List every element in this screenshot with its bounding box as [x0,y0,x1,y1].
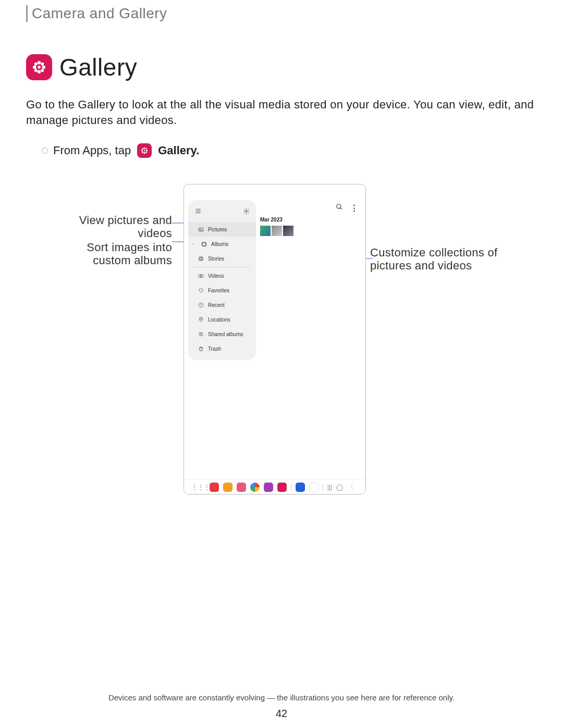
callout-view-pictures: View pictures and videos [63,214,172,239]
sidebar-item-label: Shared albums [208,331,243,337]
taskbar: ⋮⋮⋮ ||| ◯ 〈 [184,479,365,494]
svg-point-0 [38,66,41,69]
date-group-label: Mar 2023 [260,217,360,223]
chevron-right-icon: › [192,241,197,246]
svg-point-12 [141,150,143,152]
thumbnail[interactable] [272,226,282,236]
svg-point-1 [38,61,41,65]
svg-rect-30 [199,257,202,261]
breadcrumb: Camera and Gallery [32,5,534,22]
sidebar-item-videos[interactable]: Videos [188,268,256,283]
sidebar-item-label: Locations [208,317,230,323]
sidebar-item-albums[interactable]: › Albums [188,237,256,251]
picture-icon [198,226,204,232]
svg-point-11 [144,152,145,154]
sidebar-item-stories[interactable]: Stories [188,251,256,266]
svg-point-4 [42,66,46,69]
svg-point-36 [199,332,201,334]
sidebar-item-label: Albums [211,241,228,247]
svg-point-15 [145,149,147,150]
svg-point-17 [145,152,147,153]
svg-rect-31 [200,258,202,260]
divider [323,484,323,491]
apps-grid-icon[interactable]: ⋮⋮⋮ [196,483,205,492]
search-icon[interactable] [336,203,343,213]
svg-point-25 [246,211,247,212]
thumbnail[interactable] [260,226,271,236]
sidebar-item-label: Pictures [208,227,227,232]
sidebar-item-shared-albums[interactable]: Shared albums [188,327,256,341]
thumbnail[interactable] [283,226,293,236]
more-icon[interactable]: ⋮ [350,203,358,213]
albums-icon [201,241,207,247]
svg-point-9 [144,150,145,152]
clock-icon [198,302,204,308]
svg-point-2 [38,70,41,74]
heart-icon [198,287,204,293]
sidebar-item-label: Videos [208,273,224,279]
instruction-prefix: From Apps, tap [53,144,131,157]
svg-point-14 [142,149,143,150]
divider [193,267,251,267]
page-title: Gallery [59,53,137,81]
dock-app-icon[interactable] [237,483,246,492]
stories-icon [198,255,204,262]
menu-icon[interactable] [194,207,202,217]
sidebar-item-label: Favorites [208,288,229,293]
svg-marker-33 [200,275,201,277]
intro-text: Go to the Gallery to look at the all the… [26,97,534,128]
gallery-icon [137,143,152,158]
callout-customize-stories: Customize collections of pictures and vi… [370,246,506,272]
instruction: From Apps, tap Gallery. [42,143,534,158]
svg-point-3 [33,66,36,69]
sidebar: Pictures › Albums Stories Videos [188,200,256,360]
svg-point-16 [142,152,143,153]
bullet-icon [42,147,48,154]
footnote: Devices and software are constantly evol… [0,693,563,702]
location-icon [198,316,204,323]
content-area: Mar 2023 [260,217,360,236]
sidebar-item-trash[interactable]: Trash [188,341,256,356]
svg-point-13 [146,150,148,152]
trash-icon [198,346,204,352]
settings-icon[interactable] [243,207,250,217]
svg-point-35 [200,318,201,319]
chrome-icon[interactable] [250,483,260,492]
sidebar-item-favorites[interactable]: Favorites [188,283,256,298]
svg-point-6 [41,63,44,66]
sidebar-item-locations[interactable]: Locations [188,312,256,327]
device-screenshot: ⋮ Pictures › Albu [183,184,366,495]
page-number: 42 [0,708,563,720]
svg-point-8 [41,69,44,72]
sidebar-item-label: Trash [208,346,221,352]
dock-app-icon[interactable] [223,483,232,492]
sidebar-item-pictures[interactable]: Pictures [188,222,256,237]
shared-icon [198,331,204,337]
sidebar-item-label: Recent [208,302,225,308]
home-icon[interactable]: ◯ [336,484,343,491]
svg-point-37 [201,332,202,334]
divider [291,484,291,491]
instruction-app-name: Gallery. [158,144,199,157]
video-icon [198,273,204,279]
svg-line-21 [340,208,342,209]
dock-app-icon[interactable] [309,483,319,492]
dock-app-icon[interactable] [210,483,219,492]
dock-app-icon[interactable] [296,483,305,492]
svg-point-5 [34,63,38,66]
svg-point-7 [34,69,38,72]
sidebar-item-label: Stories [208,256,224,262]
dock-app-icon[interactable] [277,483,287,492]
callout-sort-albums: Sort images into custom albums [63,241,172,266]
svg-point-20 [337,204,341,208]
sidebar-item-recent[interactable]: Recent [188,298,256,312]
gallery-icon[interactable] [264,483,273,492]
gallery-icon [26,54,52,80]
svg-point-10 [144,147,145,149]
recents-icon[interactable]: ||| [327,484,332,491]
back-icon[interactable]: 〈 [347,483,353,491]
